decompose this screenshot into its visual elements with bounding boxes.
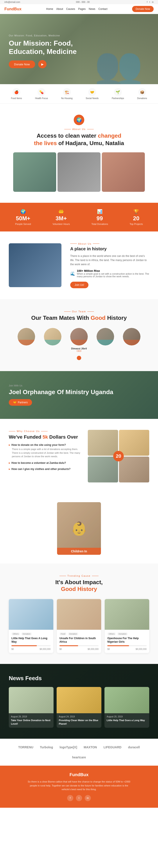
stat-served-number: 50M+ xyxy=(15,215,31,222)
team-heading-p2: History xyxy=(107,314,127,321)
partner-btn-label: Partners xyxy=(18,401,28,404)
news-grid: August 29, 2019 Take Your Online Donatio… xyxy=(9,687,149,728)
cause-title-2: Unsafe For Children in South Africa xyxy=(59,637,99,644)
cause-meta-3: $0 $8,000,000 xyxy=(107,648,147,650)
children-label: Children In xyxy=(57,548,101,555)
footer-fb-icon[interactable]: f xyxy=(67,795,73,801)
about-section: 🌍 About Us Access to clean water changed… xyxy=(0,104,158,203)
faq-item-2[interactable]: How to become a volunteer at Zamba-dulu? xyxy=(9,461,81,464)
stat-volunteer-number: 3M+ xyxy=(52,215,70,222)
cause-progress-fill-2 xyxy=(59,645,78,646)
nav-about[interactable]: About xyxy=(56,7,63,10)
site-logo[interactable]: FundBux xyxy=(4,7,22,11)
social-in-icon[interactable]: in xyxy=(152,1,154,3)
nav-pages[interactable]: Pages xyxy=(78,7,86,10)
social-tw-icon[interactable]: t xyxy=(150,1,150,3)
team-avatar-5 xyxy=(123,328,140,345)
stat-served: 🌍 50M+ People Served xyxy=(15,209,31,225)
nav-news[interactable]: News xyxy=(89,7,95,10)
cat-food[interactable]: 🍎 Food Items xyxy=(11,88,22,99)
team-avatar-4-inner xyxy=(97,328,114,345)
team-section-label: Our Team xyxy=(9,310,149,313)
news-img-1 xyxy=(9,687,54,713)
causes-grid: Others Donation Little Help That Goes A … xyxy=(9,599,149,653)
partner-btn-icon: 🤝 xyxy=(13,401,17,404)
history-stat-value: 100+ Million Rise xyxy=(77,269,149,273)
categories-bar: 🍎 Food Items 💊 Health Focus 🏗️ No Housin… xyxy=(0,84,158,104)
team-avatar-3-inner xyxy=(70,328,88,345)
stat-projects-number: 20 xyxy=(130,215,143,222)
cat-partner-icon: 🌱 xyxy=(114,88,122,96)
cause-raised-2: $0 xyxy=(59,648,62,650)
cat-partnerships[interactable]: 🌱 Partnerships xyxy=(112,88,124,99)
news-date-2: August 24, 2019 xyxy=(59,715,99,718)
cat-donations[interactable]: 📦 Donations xyxy=(137,88,147,99)
stat-projects-label: Top Projects xyxy=(130,223,143,225)
funded-left: Why Choose Us We've Funded 5k Dollars Ov… xyxy=(9,430,81,483)
children-in-section: 👶 Children In xyxy=(0,493,158,563)
cause-title-3: Openhouse For The Help Nigerian Girls xyxy=(107,637,147,644)
stat-served-icon: 🌍 xyxy=(15,209,31,214)
hero-play-button[interactable]: ▶ xyxy=(38,60,47,68)
partners-bar: TORRENU Turbolog logoType[X] MAXTON LIFE… xyxy=(0,739,158,766)
cause-progress-fill-1 xyxy=(11,645,37,646)
history-section: About Us A place in history There is a p… xyxy=(0,231,158,300)
partner-torrenu: TORRENU xyxy=(18,745,33,749)
cause-tag-2b: Donation xyxy=(68,632,78,636)
nav-home[interactable]: Home xyxy=(46,7,53,10)
history-join-button[interactable]: Join Us! xyxy=(70,282,88,288)
cat-social[interactable]: 🤝 Social Needs xyxy=(86,88,99,99)
footer-tw-icon[interactable]: t xyxy=(76,795,82,801)
stat-projects: 🏆 20 Top Projects xyxy=(130,209,143,225)
about-heading: Access to clean water changedthe lives o… xyxy=(13,132,145,147)
partner-logotype: logoType[X] xyxy=(59,745,77,749)
cause-img-2 xyxy=(57,599,101,630)
faq-item-3[interactable]: How can I give my clothes and other prod… xyxy=(9,468,81,471)
stat-volunteer: 🤲 3M+ Volunteer Hours xyxy=(52,209,70,225)
funded-img-4 xyxy=(119,457,149,483)
faq-q-1: How to donate on the site using your for… xyxy=(9,443,81,446)
cat-housing[interactable]: 🏗️ No Housing xyxy=(61,88,72,99)
team-avatar-1-inner xyxy=(18,328,35,345)
topbar-email: info@email.com xyxy=(4,1,20,3)
impact-heading: It's About Impact, Good History xyxy=(9,579,149,592)
stat-volunteer-label: Volunteer Hours xyxy=(52,223,70,225)
cause-tags-1: Others Donation xyxy=(11,632,51,636)
cat-health[interactable]: 💊 Health Focus xyxy=(35,88,48,99)
faq-item-1[interactable]: How to donate on the site using your for… xyxy=(9,443,81,458)
cat-health-label: Health Focus xyxy=(35,97,48,99)
history-description: There is a place in the world where one … xyxy=(70,254,149,267)
funded-heading-p1: We've Funded xyxy=(9,434,41,440)
children-placeholder: 👶 xyxy=(57,502,101,555)
hero-title: Our Mission: Food, Education, Medicine xyxy=(9,39,86,56)
orphanage-partner-button[interactable]: 🤝 Partners xyxy=(9,399,32,406)
history-sub-stat: 🌊 100+ Million Rise When a simple goal i… xyxy=(70,269,149,278)
cause-card-3: Others Donation Openhouse For The Help N… xyxy=(105,599,149,653)
nav-donate-button[interactable]: Donate Now xyxy=(132,6,154,12)
stats-bar: 🌍 50M+ People Served 🤲 3M+ Volunteer Hou… xyxy=(0,203,158,231)
news-date-1: August 29, 2019 xyxy=(11,715,51,718)
team-avatar-4 xyxy=(97,328,114,345)
navbar: FundBux Home About Causes Pages News Con… xyxy=(0,4,158,14)
cause-body-2: Food Donation Unsafe For Children in Sou… xyxy=(57,630,101,653)
hero-donate-button[interactable]: Donate Now xyxy=(9,61,35,68)
team-member-1 xyxy=(16,328,37,352)
team-member-3-role: CEO xyxy=(68,350,90,352)
cause-tag-2a: Food xyxy=(59,632,67,636)
nav-contact[interactable]: Contact xyxy=(98,7,107,10)
footer-in-icon[interactable]: in xyxy=(85,795,91,801)
news-img-3 xyxy=(104,687,149,713)
social-fb-icon[interactable]: f xyxy=(147,1,148,3)
news-card-2: August 24, 2019 Providing Clean Water on… xyxy=(57,687,101,728)
nav-causes[interactable]: Causes xyxy=(66,7,75,10)
children-image-box: 👶 Children In xyxy=(57,502,101,555)
hero-section: 👥 Our Mission: Food, Education, Medicine… xyxy=(0,14,158,84)
team-heading-p1: Our Team Mates With xyxy=(31,314,89,321)
cause-title-1: Little Help That Goes A Long Way xyxy=(11,637,51,644)
news-body-3: August 20, 2019 Little Help That Goes a … xyxy=(104,713,149,724)
funded-img-1 xyxy=(88,430,118,456)
cat-social-icon: 🤝 xyxy=(88,88,96,96)
faq-a-1: There is a simple page with a lot of don… xyxy=(12,447,81,458)
news-date-3: August 20, 2019 xyxy=(107,715,147,718)
history-content: About Us A place in history There is a p… xyxy=(70,242,149,288)
